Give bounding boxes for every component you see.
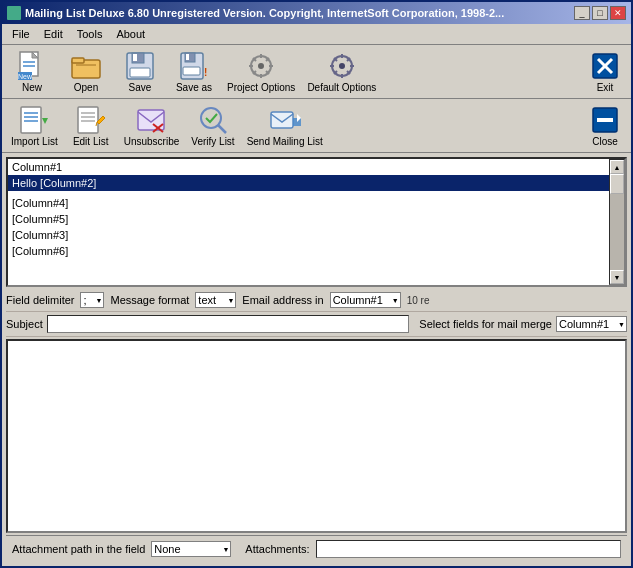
message-format-select[interactable]: text html: [195, 292, 236, 308]
verify-list-label: Verify List: [191, 136, 234, 147]
send-mailing-list-icon: [269, 104, 301, 136]
title-bar: Mailing List Deluxe 6.80 Unregistered Ve…: [2, 2, 631, 24]
toolbar-row2: Import List Edit List Unsubscribe: [2, 99, 631, 153]
verify-list-button[interactable]: Verify List: [186, 101, 239, 150]
list-scrollbar[interactable]: ▲ ▼: [609, 159, 625, 285]
verify-list-icon: [197, 104, 229, 136]
default-options-button[interactable]: Default Options: [302, 47, 381, 96]
menu-bar: File Edit Tools About: [2, 24, 631, 45]
field-delimiter-dropdown-wrapper[interactable]: ; ,: [80, 292, 104, 308]
unsubscribe-label: Unsubscribe: [124, 136, 180, 147]
menu-tools[interactable]: Tools: [71, 26, 109, 42]
list-item-column5[interactable]: [Column#5]: [8, 211, 609, 227]
list-item-column1[interactable]: Column#1: [8, 159, 609, 175]
field-delimiter-select[interactable]: ; ,: [80, 292, 104, 308]
scroll-thumb[interactable]: [610, 174, 624, 194]
svg-text:!: !: [204, 67, 207, 78]
send-mailing-list-button[interactable]: Send Mailing List: [242, 101, 328, 150]
email-address-dropdown-wrapper[interactable]: Column#1: [330, 292, 401, 308]
list-item-column3[interactable]: [Column#3]: [8, 227, 609, 243]
title-controls[interactable]: _ □ ✕: [574, 6, 626, 20]
message-body[interactable]: [6, 337, 627, 535]
menu-edit[interactable]: Edit: [38, 26, 69, 42]
new-label: New: [22, 82, 42, 93]
default-options-label: Default Options: [307, 82, 376, 93]
scroll-up-button[interactable]: ▲: [610, 160, 624, 174]
attachment-path-dropdown-wrapper[interactable]: None: [151, 541, 231, 557]
close-button[interactable]: Close: [583, 101, 627, 150]
save-icon: [124, 50, 156, 82]
field-controls-row: Field delimiter ; , Message format text …: [6, 289, 627, 312]
list-item-hello[interactable]: Hello [Column#2]: [8, 175, 609, 191]
saveas-label: Save as: [176, 82, 212, 93]
save-label: Save: [129, 82, 152, 93]
scroll-track[interactable]: [610, 174, 624, 270]
main-content: Column#1 Hello [Column#2] [Column#4] [Co…: [2, 153, 631, 566]
svg-rect-12: [130, 68, 150, 77]
maximize-button[interactable]: □: [592, 6, 608, 20]
email-address-select[interactable]: Column#1: [330, 292, 401, 308]
mail-merge-label: Select fields for mail merge: [419, 318, 552, 330]
saveas-icon: !: [178, 50, 210, 82]
attachment-path-label: Attachment path in the field: [12, 543, 145, 555]
record-count: 10 re: [407, 295, 430, 306]
message-format-dropdown-wrapper[interactable]: text html: [195, 292, 236, 308]
new-icon: New: [16, 50, 48, 82]
menu-file[interactable]: File: [6, 26, 36, 42]
svg-point-29: [339, 63, 345, 69]
exit-label: Exit: [597, 82, 614, 93]
close-window-button[interactable]: ✕: [610, 6, 626, 20]
mail-merge-select[interactable]: Column#1: [556, 316, 627, 332]
unsubscribe-button[interactable]: Unsubscribe: [119, 101, 185, 150]
svg-rect-15: [186, 54, 189, 60]
menu-about[interactable]: About: [110, 26, 151, 42]
svg-marker-45: [42, 118, 48, 124]
svg-rect-60: [597, 118, 613, 122]
minimize-button[interactable]: _: [574, 6, 590, 20]
svg-point-19: [258, 63, 264, 69]
list-item-column4[interactable]: [Column#4]: [8, 195, 609, 211]
import-list-button[interactable]: Import List: [6, 101, 63, 150]
open-icon: [70, 50, 102, 82]
subject-label: Subject: [6, 318, 43, 330]
subject-input[interactable]: [47, 315, 410, 333]
exit-button[interactable]: Exit: [583, 47, 627, 96]
open-label: Open: [74, 82, 98, 93]
main-window: Mailing List Deluxe 6.80 Unregistered Ve…: [0, 0, 633, 568]
project-options-button[interactable]: Project Options: [222, 47, 300, 96]
import-list-label: Import List: [11, 136, 58, 147]
list-item-column6[interactable]: [Column#6]: [8, 243, 609, 259]
unsubscribe-icon: [135, 104, 167, 136]
message-format-label: Message format: [110, 294, 189, 306]
edit-list-button[interactable]: Edit List: [65, 101, 117, 150]
svg-text:New: New: [18, 73, 33, 80]
close-icon: [589, 104, 621, 136]
email-address-in-label: Email address in: [242, 294, 323, 306]
title-bar-left: Mailing List Deluxe 6.80 Unregistered Ve…: [7, 6, 504, 20]
edit-list-label: Edit List: [73, 136, 109, 147]
title-text: Mailing List Deluxe 6.80 Unregistered Ve…: [25, 7, 504, 19]
attachments-field: [316, 540, 621, 558]
svg-rect-16: [183, 67, 200, 75]
svg-rect-11: [133, 54, 137, 61]
scroll-down-button[interactable]: ▼: [610, 270, 624, 284]
bottom-bar: Attachment path in the field None Attach…: [6, 535, 627, 562]
subject-row: Subject Select fields for mail merge Col…: [6, 312, 627, 337]
svg-rect-56: [271, 112, 293, 128]
open-button[interactable]: Open: [60, 47, 112, 96]
svg-rect-46: [78, 107, 98, 133]
new-button[interactable]: New New: [6, 47, 58, 96]
attachment-path-select[interactable]: None: [151, 541, 231, 557]
svg-rect-41: [21, 107, 41, 133]
svg-rect-7: [72, 58, 84, 63]
import-list-icon: [18, 104, 50, 136]
exit-icon: [589, 50, 621, 82]
save-button[interactable]: Save: [114, 47, 166, 96]
column-list[interactable]: Column#1 Hello [Column#2] [Column#4] [Co…: [8, 159, 609, 285]
saveas-button[interactable]: ! Save as: [168, 47, 220, 96]
project-options-icon: [245, 50, 277, 82]
mail-merge-dropdown-wrapper[interactable]: Column#1: [556, 316, 627, 332]
message-textarea[interactable]: [6, 339, 627, 533]
default-options-icon: [326, 50, 358, 82]
send-mailing-list-label: Send Mailing List: [247, 136, 323, 147]
